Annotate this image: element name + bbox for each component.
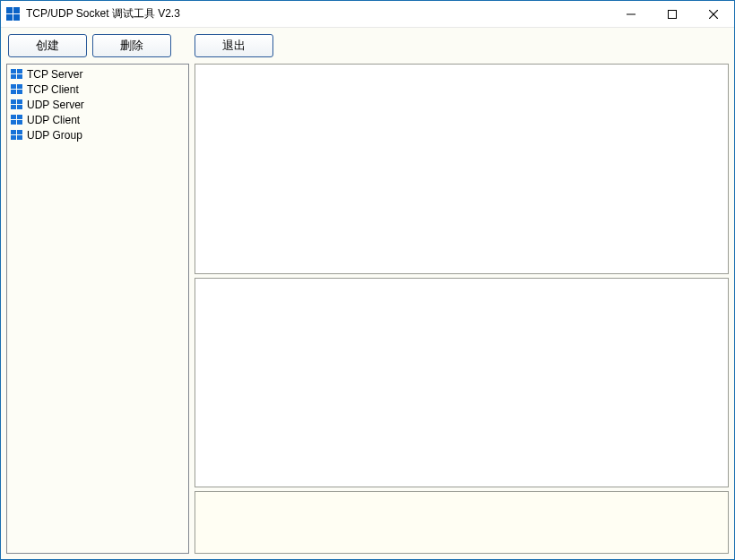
tree-item-label: UDP Group (27, 129, 82, 142)
content-area: TCP Server TCP Client UDP Server UDP Cli… (1, 64, 734, 559)
output-panel-middle[interactable] (195, 278, 729, 488)
output-panel-bottom[interactable] (195, 491, 729, 554)
tree-item-udp-client[interactable]: UDP Client (9, 112, 186, 127)
exit-button[interactable]: 退出 (195, 34, 273, 57)
svg-rect-1 (669, 11, 677, 19)
sidebar-tree[interactable]: TCP Server TCP Client UDP Server UDP Cli… (6, 64, 189, 554)
minimize-icon (627, 10, 636, 19)
grid-icon (11, 69, 23, 80)
maximize-button[interactable] (652, 1, 693, 28)
tree-item-label: TCP Client (27, 83, 79, 96)
tree-item-label: UDP Client (27, 114, 80, 126)
close-button[interactable] (693, 1, 734, 28)
tree-item-label: TCP Server (27, 68, 82, 81)
app-icon (6, 7, 21, 22)
window-title: TCP/UDP Socket 调试工具 V2.3 (26, 6, 610, 22)
maximize-icon (668, 10, 677, 19)
tree-item-tcp-server[interactable]: TCP Server (9, 66, 186, 82)
titlebar: TCP/UDP Socket 调试工具 V2.3 (1, 1, 734, 28)
grid-icon (11, 84, 23, 95)
close-icon (709, 10, 718, 19)
delete-button[interactable]: 删除 (92, 34, 171, 57)
window-controls (610, 1, 734, 27)
toolbar: 创建 删除 退出 (1, 28, 734, 64)
tree-item-udp-server[interactable]: UDP Server (9, 97, 186, 112)
output-panel-top[interactable] (195, 64, 729, 274)
minimize-button[interactable] (610, 1, 652, 28)
grid-icon (11, 115, 23, 125)
create-button[interactable]: 创建 (8, 34, 87, 57)
grid-icon (11, 99, 23, 110)
main-panels (195, 64, 729, 554)
tree-item-tcp-client[interactable]: TCP Client (9, 82, 186, 97)
grid-icon (11, 130, 23, 141)
tree-item-udp-group[interactable]: UDP Group (9, 127, 186, 142)
tree-item-label: UDP Server (27, 99, 84, 111)
